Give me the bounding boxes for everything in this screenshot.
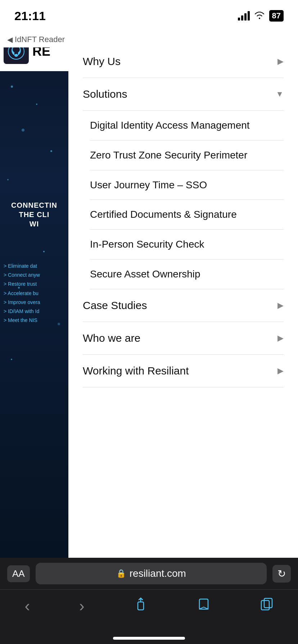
text-size-button[interactable]: AA [7, 565, 30, 582]
menu-item-why-us[interactable]: Why Us ▶ [83, 45, 284, 78]
bullet-list: > Eliminate dat> Connect anyw> Restore t… [0, 262, 68, 325]
url-bar[interactable]: 🔒 resiliant.com [36, 563, 267, 584]
bookmarks-button[interactable] [197, 597, 211, 612]
dark-content: CONNECTIN THE CLI WI > Eliminate dat> Co… [0, 71, 68, 535]
signal-icon [238, 11, 250, 20]
right-panel: → Why Us ▶ Solutions ▼ Digital Identity … [68, 0, 298, 589]
share-icon [134, 597, 148, 612]
left-panel: RE CONNECTIN THE CLI WI > Eliminate dat>… [0, 0, 68, 589]
sub-item-user-journey[interactable]: User Journey Time – SSO [90, 170, 284, 200]
user-journey-label: User Journey Time – SSO [90, 179, 207, 190]
tabs-button[interactable] [260, 597, 274, 612]
bookmarks-icon [197, 597, 211, 612]
app-label-text: IdNFT Reader [15, 35, 65, 44]
menu-item-case-studies[interactable]: Case Studies ▶ [83, 289, 284, 322]
app-label-row: ◀ IdNFT Reader [0, 32, 68, 47]
hero-text: CONNECTIN THE CLI WI [0, 201, 68, 229]
forward-button[interactable]: › [79, 597, 85, 615]
solutions-label: Solutions [83, 88, 127, 100]
menu-item-solutions[interactable]: Solutions ▼ [83, 78, 284, 111]
back-nav-icon: ‹ [24, 597, 30, 615]
tabs-icon [260, 597, 274, 612]
solutions-sub-menu: Digital Identity Access Management Zero … [83, 111, 284, 289]
svg-rect-3 [199, 599, 208, 609]
sub-item-in-person[interactable]: In-Person Security Check [90, 230, 284, 259]
menu-item-working-with[interactable]: Working with Resiliant ▶ [83, 355, 284, 387]
battery-icon: 87 [269, 10, 284, 22]
solutions-arrow-icon: ▼ [276, 89, 284, 99]
wifi-icon [254, 10, 265, 22]
svg-rect-5 [264, 598, 272, 608]
svg-point-1 [14, 54, 18, 57]
url-text: resiliant.com [130, 568, 186, 579]
forward-nav-icon: › [79, 597, 85, 615]
sub-item-secure-asset[interactable]: Secure Asset Ownership [90, 259, 284, 289]
case-studies-arrow-icon: ▶ [277, 301, 284, 310]
secure-asset-label: Secure Asset Ownership [90, 268, 200, 280]
zero-trust-label: Zero Trust Zone Security Perimeter [90, 150, 247, 161]
who-we-are-label: Who we are [83, 332, 140, 344]
sub-item-zero-trust[interactable]: Zero Trust Zone Security Perimeter [90, 141, 284, 170]
status-bar: 21:11 87 [0, 0, 298, 32]
menu-item-who-we-are[interactable]: Who we are ▶ [83, 322, 284, 355]
svg-rect-2 [138, 602, 144, 610]
sub-item-digital-identity[interactable]: Digital Identity Access Management [90, 111, 284, 141]
why-us-label: Why Us [83, 55, 121, 68]
home-indicator [113, 637, 185, 640]
menu-items-container: Why Us ▶ Solutions ▼ Digital Identity Ac… [68, 45, 298, 387]
browser-bar: AA 🔒 resiliant.com ↻ [0, 558, 298, 589]
reload-button[interactable]: ↻ [272, 565, 291, 583]
back-button[interactable]: ‹ [24, 597, 30, 615]
in-person-label: In-Person Security Check [90, 239, 204, 250]
status-icons: 87 [238, 10, 284, 22]
bottom-nav: ‹ › [0, 589, 298, 644]
status-time: 21:11 [14, 9, 46, 23]
working-with-arrow-icon: ▶ [277, 366, 284, 376]
share-button[interactable] [134, 597, 148, 612]
working-with-label: Working with Resiliant [83, 365, 189, 377]
why-us-arrow-icon: ▶ [277, 57, 284, 66]
svg-rect-4 [261, 601, 269, 610]
certified-docs-label: Certified Documents & Signature [90, 209, 237, 220]
digital-identity-label: Digital Identity Access Management [90, 120, 250, 131]
who-we-are-arrow-icon: ▶ [277, 334, 284, 343]
lock-icon: 🔒 [116, 569, 126, 578]
sub-item-certified-docs[interactable]: Certified Documents & Signature [90, 200, 284, 230]
back-arrow-icon: ◀ [7, 35, 13, 44]
case-studies-label: Case Studies [83, 299, 147, 312]
